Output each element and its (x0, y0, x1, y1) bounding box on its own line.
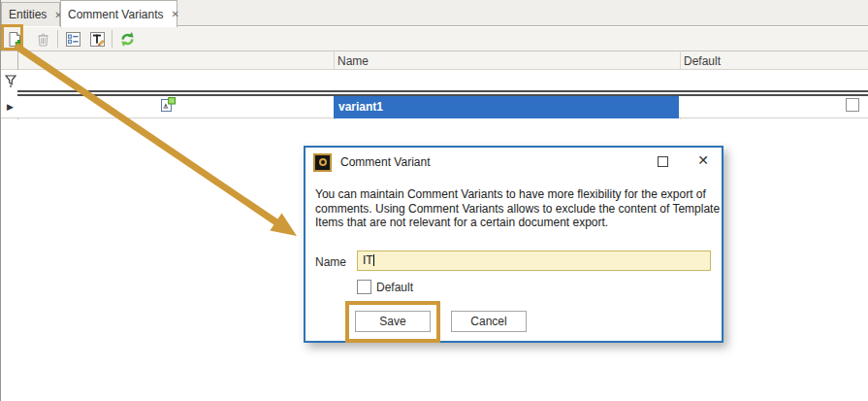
cancel-button[interactable]: Cancel (451, 311, 527, 332)
rename-button[interactable] (86, 28, 108, 50)
name-input-value: IT (363, 253, 373, 267)
maximize-icon[interactable] (658, 156, 668, 167)
refresh-icon (119, 31, 136, 48)
trash-icon (35, 31, 51, 48)
cell-variant-name-selected[interactable]: variant1 (334, 96, 679, 118)
toolbar-separator (112, 30, 113, 48)
tab-entities-label: Entities (9, 8, 47, 21)
comment-variant-dialog: Comment Variant ✕ You can maintain Comme… (304, 146, 723, 343)
row-focus-arrow-icon: ▶ (7, 100, 14, 114)
column-header-default[interactable]: Default (684, 51, 721, 71)
tab-comment-variants-label: Comment Variants (68, 8, 163, 21)
filter-row-indicator[interactable] (5, 75, 16, 92)
application-window: Entities ✕ Comment Variants ✕ (0, 0, 868, 401)
filter-funnel-icon (5, 75, 16, 88)
comment-variant-icon (159, 96, 177, 114)
default-checkbox-label: Default (376, 281, 413, 294)
properties-list-icon (65, 31, 81, 48)
tab-comment-variants-close-icon[interactable]: ✕ (163, 9, 178, 19)
tab-comment-variants[interactable]: Comment Variants ✕ (60, 0, 177, 27)
toolbar (1, 27, 868, 50)
refresh-button[interactable] (116, 28, 138, 50)
delete-button[interactable] (32, 28, 53, 50)
dialog-title: Comment Variant (340, 155, 430, 169)
name-field-label: Name (315, 255, 346, 269)
name-input[interactable]: IT (357, 251, 711, 271)
grid-filter-row[interactable] (1, 70, 868, 90)
text-caret (373, 254, 374, 266)
rename-text-icon (89, 31, 106, 48)
dialog-description: You can maintain Comment Variants to hav… (315, 187, 722, 230)
row-type-icon-cell (159, 96, 177, 117)
tab-entities[interactable]: Entities ✕ (1, 2, 60, 26)
annotation-highlight-new-button (1, 24, 23, 50)
properties-button[interactable] (62, 28, 83, 50)
app-logo-icon (313, 153, 332, 172)
column-header-name[interactable]: Name (338, 51, 369, 71)
tab-bar: Entities ✕ Comment Variants ✕ (1, 0, 868, 26)
cell-default-checkbox[interactable] (846, 98, 859, 112)
toolbar-separator (57, 30, 58, 48)
close-icon[interactable]: ✕ (697, 152, 709, 168)
grid-header-row: Name Default (1, 50, 868, 70)
save-button[interactable]: Save (355, 311, 431, 332)
dialog-title-bar[interactable]: Comment Variant ✕ (305, 148, 722, 177)
default-checkbox[interactable] (357, 280, 371, 294)
